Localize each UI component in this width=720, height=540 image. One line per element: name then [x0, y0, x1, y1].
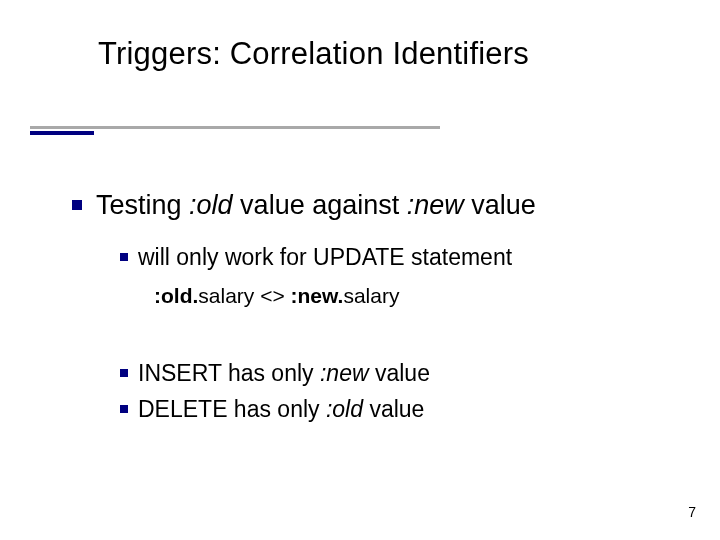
- keyword-new-bold: :new.: [291, 284, 344, 307]
- slide-title: Triggers: Correlation Identifiers: [98, 36, 529, 72]
- rule-navy: [30, 131, 94, 135]
- bullet-level2: DELETE has only :old value: [120, 396, 424, 423]
- bullet-level2: INSERT has only :new value: [120, 360, 430, 387]
- square-bullet-icon: [120, 253, 128, 261]
- bullet-level2: will only work for UPDATE statement: [120, 244, 512, 271]
- title-underline: [30, 126, 440, 135]
- text: INSERT has only: [138, 360, 320, 386]
- page-number: 7: [688, 504, 696, 520]
- rule-gray: [30, 126, 440, 129]
- text: DELETE has only: [138, 396, 326, 422]
- text: value: [363, 396, 424, 422]
- text: salary <>: [198, 284, 290, 307]
- keyword-new: :new: [320, 360, 369, 386]
- slide: Triggers: Correlation Identifiers Testin…: [0, 0, 720, 540]
- text: Testing: [96, 190, 189, 220]
- text: value: [369, 360, 430, 386]
- keyword-old: :old: [326, 396, 363, 422]
- keyword-new: :new: [407, 190, 464, 220]
- text: value: [464, 190, 536, 220]
- keyword-old-bold: :old.: [154, 284, 198, 307]
- text: will only work for UPDATE statement: [138, 244, 512, 270]
- keyword-old: :old: [189, 190, 233, 220]
- text: salary: [343, 284, 399, 307]
- square-bullet-icon: [72, 200, 82, 210]
- text: value against: [233, 190, 407, 220]
- code-example: :old.salary <> :new.salary: [154, 284, 399, 308]
- bullet-level1: Testing :old value against :new value: [72, 190, 536, 221]
- square-bullet-icon: [120, 405, 128, 413]
- square-bullet-icon: [120, 369, 128, 377]
